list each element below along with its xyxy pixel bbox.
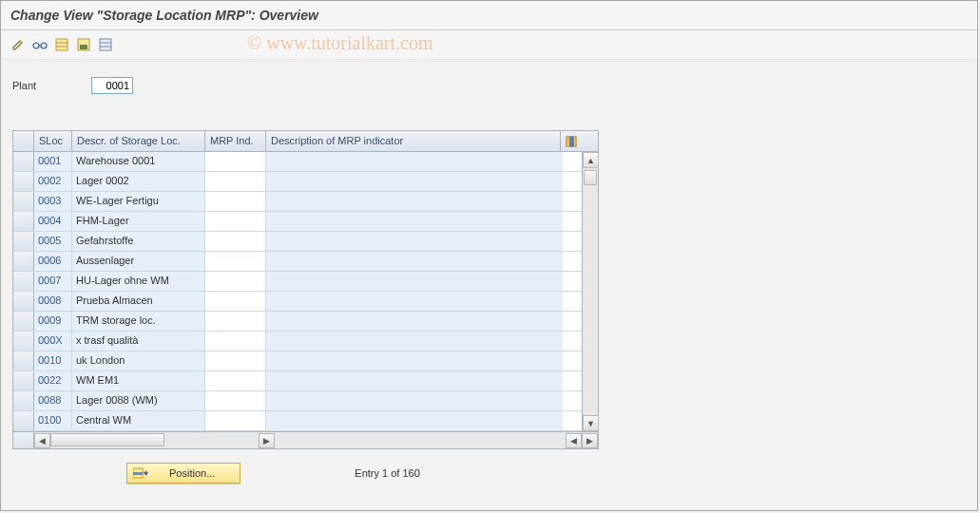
cell-desc: Lager 0002	[72, 172, 205, 191]
mrp-ind-input[interactable]	[205, 352, 265, 370]
scroll-left2-icon[interactable]: ◀	[566, 433, 582, 448]
row-selector[interactable]	[13, 232, 34, 251]
cell-desc: HU-Lager ohne WM	[72, 272, 205, 291]
cell-mrp-desc	[266, 272, 563, 291]
scroll-up-icon[interactable]: ▲	[583, 152, 599, 168]
svg-rect-12	[574, 136, 577, 145]
scroll-right-icon[interactable]: ▶	[259, 433, 275, 448]
cell-mrp-ind[interactable]	[205, 232, 266, 251]
cell-sloc: 0001	[34, 152, 72, 171]
scroll-thumb[interactable]	[584, 170, 597, 185]
toggle-change-icon[interactable]	[9, 35, 28, 54]
plant-input[interactable]	[91, 77, 133, 94]
cell-mrp-ind[interactable]	[205, 352, 266, 370]
select-all-icon[interactable]	[52, 35, 71, 54]
position-button[interactable]: Position...	[126, 463, 240, 484]
table-row: 0100Central WM	[13, 411, 582, 431]
column-sloc[interactable]: SLoc	[34, 131, 72, 151]
mrp-ind-input[interactable]	[205, 332, 265, 351]
row-selector[interactable]	[13, 272, 34, 291]
cell-desc: Prueba Almacen	[72, 292, 205, 311]
vertical-scrollbar[interactable]: ▲ ▼	[582, 152, 598, 431]
row-selector[interactable]	[13, 292, 34, 311]
row-selector[interactable]	[13, 411, 34, 430]
mrp-ind-input[interactable]	[205, 192, 265, 211]
scroll-down-icon[interactable]: ▼	[583, 415, 599, 431]
mrp-ind-input[interactable]	[205, 212, 265, 231]
cell-sloc: 0004	[34, 212, 72, 231]
cell-mrp-desc	[266, 411, 563, 430]
row-selector[interactable]	[13, 391, 34, 410]
row-selector[interactable]	[13, 252, 34, 271]
table-row: 0009TRM storage loc.	[13, 312, 582, 332]
mrp-ind-input[interactable]	[205, 172, 265, 191]
mrp-ind-input[interactable]	[205, 371, 265, 390]
cell-mrp-ind[interactable]	[205, 332, 266, 351]
scroll-left-icon[interactable]: ◀	[34, 433, 50, 448]
mrp-ind-input[interactable]	[205, 272, 265, 291]
mrp-ind-input[interactable]	[205, 252, 265, 271]
cell-mrp-ind[interactable]	[205, 292, 266, 311]
mrp-ind-input[interactable]	[205, 391, 265, 410]
svg-point-0	[33, 43, 39, 48]
mrp-ind-input[interactable]	[205, 152, 265, 171]
mrp-ind-input[interactable]	[205, 232, 265, 251]
h-scroll-thumb[interactable]	[50, 433, 164, 446]
cell-sloc: 0008	[34, 292, 72, 311]
glasses-icon[interactable]	[30, 35, 49, 54]
cell-mrp-desc	[266, 332, 563, 351]
configure-columns-icon[interactable]	[561, 131, 582, 151]
mrp-ind-input[interactable]	[205, 411, 265, 430]
mrp-ind-input[interactable]	[205, 292, 265, 311]
save-grid-icon[interactable]	[74, 35, 93, 54]
svg-rect-14	[133, 472, 143, 475]
cell-mrp-desc	[266, 232, 563, 251]
cell-mrp-ind[interactable]	[205, 212, 266, 231]
mrp-ind-input[interactable]	[205, 312, 265, 331]
cell-mrp-ind[interactable]	[205, 152, 266, 171]
cell-sloc: 0022	[34, 371, 72, 390]
row-selector[interactable]	[13, 172, 34, 191]
cell-desc: Aussenlager	[72, 252, 205, 271]
row-selector[interactable]	[13, 192, 34, 211]
column-mrp-desc[interactable]: Description of MRP indicator	[266, 131, 561, 151]
deselect-all-icon[interactable]	[96, 35, 115, 54]
select-all-header[interactable]	[13, 131, 34, 151]
position-icon	[133, 466, 148, 480]
row-selector[interactable]	[13, 212, 34, 231]
row-selector[interactable]	[13, 332, 34, 351]
cell-mrp-ind[interactable]	[205, 371, 266, 390]
cell-mrp-ind[interactable]	[205, 192, 266, 211]
cell-mrp-ind[interactable]	[205, 172, 266, 191]
cell-mrp-ind[interactable]	[205, 411, 266, 430]
cell-sloc: 0005	[34, 232, 72, 251]
cell-sloc: 0009	[34, 312, 72, 331]
row-selector[interactable]	[13, 371, 34, 390]
svg-rect-2	[56, 39, 67, 50]
horizontal-scrollbar[interactable]: ◀ ▶ ◀ ▶	[34, 432, 598, 448]
cell-mrp-ind[interactable]	[205, 272, 266, 291]
cell-desc: Lager 0088 (WM)	[72, 391, 205, 410]
cell-desc: x trasf qualità	[72, 332, 205, 351]
cell-mrp-desc	[266, 391, 563, 410]
column-mrp-ind[interactable]: MRP Ind.	[205, 131, 266, 151]
toolbar	[1, 30, 977, 60]
table-row: 0002Lager 0002	[13, 172, 582, 192]
column-desc[interactable]: Descr. of Storage Loc.	[72, 131, 205, 151]
cell-mrp-ind[interactable]	[205, 312, 266, 331]
row-selector[interactable]	[13, 352, 34, 370]
cell-desc: Gefahrstoffe	[72, 232, 205, 251]
row-selector[interactable]	[13, 152, 34, 171]
cell-mrp-ind[interactable]	[205, 252, 266, 271]
scroll-right2-icon[interactable]: ▶	[582, 433, 598, 448]
cell-sloc: 0010	[34, 352, 72, 370]
svg-rect-10	[567, 136, 569, 145]
cell-mrp-desc	[266, 192, 563, 211]
table-row: 000Xx trasf qualità	[13, 332, 582, 352]
table-row: 0010uk London	[13, 352, 582, 371]
cell-desc: WE-Lager Fertigu	[72, 192, 205, 211]
row-selector[interactable]	[13, 312, 34, 331]
cell-mrp-ind[interactable]	[205, 391, 266, 410]
storage-loc-table: SLoc Descr. of Storage Loc. MRP Ind. Des…	[12, 130, 599, 449]
cell-sloc: 0002	[34, 172, 72, 191]
